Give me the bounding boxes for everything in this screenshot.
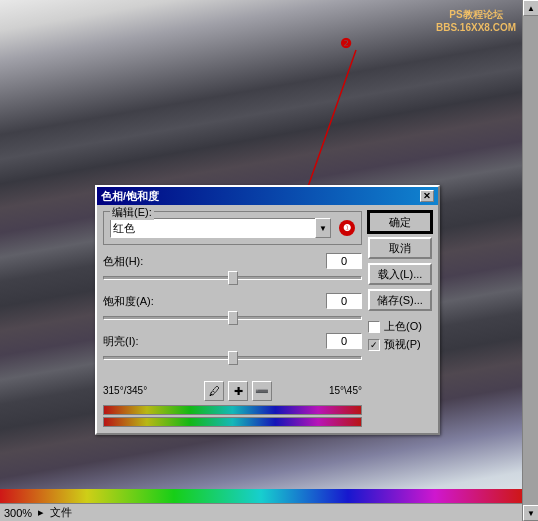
select-container: 红色 ▼ [110, 218, 331, 238]
preview-checkbox[interactable]: ✓ [368, 339, 380, 351]
dialog-body: 编辑(E): 红色 ▼ ❶ 色相(H): [97, 205, 438, 433]
hue-saturation-dialog: 色相/饱和度 ✕ 编辑(E): 红色 ▼ ❶ [95, 185, 440, 435]
preview-row: ✓ 预视(P) [368, 337, 432, 352]
right-scrollbar: ▲ ▼ [522, 0, 538, 521]
lightness-value-input[interactable] [326, 333, 362, 349]
lightness-slider-row: 明亮(I): [103, 333, 362, 365]
lightness-thumb[interactable] [228, 351, 238, 365]
dialog-titlebar: 色相/饱和度 ✕ [97, 187, 438, 205]
cursor-number: ❷ [340, 36, 352, 51]
eyedropper-button-3[interactable]: ➖ [252, 381, 272, 401]
checkbox-section: 上色(O) ✓ 预视(P) [368, 319, 432, 352]
edit-group-label: 编辑(E): [110, 205, 154, 220]
sliders-section: 色相(H): 饱和度(A): [103, 251, 362, 375]
status-separator: ▸ [38, 506, 44, 519]
dialog-title: 色相/饱和度 [101, 189, 159, 204]
hue-thumb[interactable] [228, 271, 238, 285]
color-bars-section [103, 405, 362, 427]
saturation-track-container [103, 311, 362, 325]
hue-label-row: 色相(H): [103, 253, 362, 269]
eyedropper-button-1[interactable]: 🖊 [204, 381, 224, 401]
save-button[interactable]: 储存(S)... [368, 289, 432, 311]
cancel-button[interactable]: 取消 [368, 237, 432, 259]
watermark: PS教程论坛 BBS.16XX8.COM [436, 8, 516, 34]
saturation-thumb[interactable] [228, 311, 238, 325]
dialog-buttons: 确定 取消 载入(L)... 储存(S)... 上色(O) ✓ 预视(P) [368, 211, 432, 427]
lightness-track [103, 356, 362, 360]
scroll-down-button[interactable]: ▼ [523, 505, 538, 521]
bottom-gradient-bar [0, 489, 522, 503]
eyedropper-row: 🖊 ✚ ➖ [204, 381, 272, 401]
status-bar: 300% ▸ 文件 [0, 503, 522, 521]
color-bar-bottom [103, 417, 362, 427]
doc-info: 文件 [50, 505, 72, 520]
saturation-slider-row: 饱和度(A): [103, 293, 362, 325]
load-button[interactable]: 载入(L)... [368, 263, 432, 285]
scroll-up-button[interactable]: ▲ [523, 0, 538, 16]
saturation-value-input[interactable] [326, 293, 362, 309]
edit-select-row: 红色 ▼ ❶ [110, 218, 355, 238]
edit-badge: ❶ [339, 220, 355, 236]
hue-track-container [103, 271, 362, 285]
colorize-row: 上色(O) [368, 319, 432, 334]
lightness-label: 明亮(I): [103, 334, 138, 349]
range-right-label: 15°\45° [329, 385, 362, 396]
colorize-label: 上色(O) [384, 319, 422, 334]
select-arrow-button[interactable]: ▼ [315, 218, 331, 238]
hue-label: 色相(H): [103, 254, 143, 269]
scroll-track[interactable] [523, 16, 538, 505]
saturation-track [103, 316, 362, 320]
hue-slider-row: 色相(H): [103, 253, 362, 285]
hue-track [103, 276, 362, 280]
lightness-label-row: 明亮(I): [103, 333, 362, 349]
ok-button[interactable]: 确定 [368, 211, 432, 233]
dialog-main: 编辑(E): 红色 ▼ ❶ 色相(H): [103, 211, 362, 427]
color-bar-top [103, 405, 362, 415]
preview-label: 预视(P) [384, 337, 421, 352]
edit-select[interactable]: 红色 [110, 218, 316, 238]
dialog-close-button[interactable]: ✕ [420, 190, 434, 202]
saturation-label-row: 饱和度(A): [103, 293, 362, 309]
hue-value-input[interactable] [326, 253, 362, 269]
range-left-label: 315°/345° [103, 385, 147, 396]
saturation-label: 饱和度(A): [103, 294, 154, 309]
lightness-track-container [103, 351, 362, 365]
zoom-level: 300% [4, 507, 32, 519]
edit-group: 编辑(E): 红色 ▼ ❶ [103, 211, 362, 245]
eyedropper-button-2[interactable]: ✚ [228, 381, 248, 401]
colorize-checkbox[interactable] [368, 321, 380, 333]
